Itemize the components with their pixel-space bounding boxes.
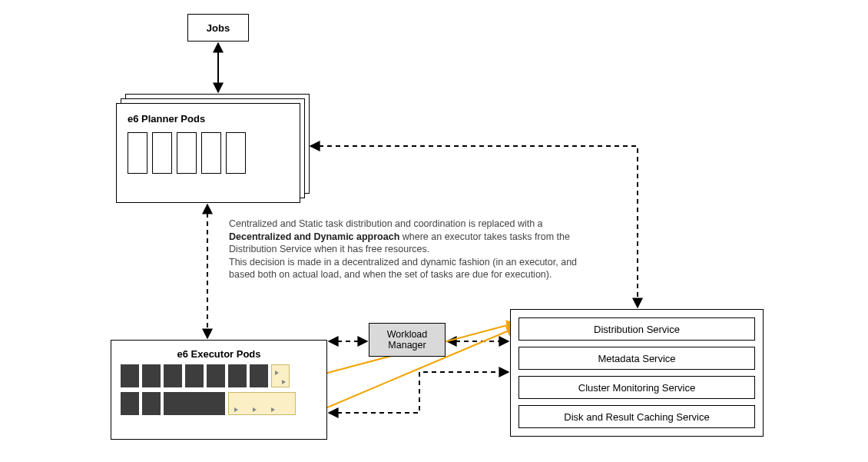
executor-cell <box>121 364 139 387</box>
service-metadata: Metadata Service <box>518 347 755 370</box>
services-box: Distribution Service Metadata Service Cl… <box>510 309 764 437</box>
planner-slot <box>152 132 172 174</box>
description-text: Centralized and Static task distribution… <box>229 218 582 281</box>
desc-part1: Centralized and Static task distribution… <box>229 218 543 229</box>
planner-slot <box>226 132 246 174</box>
desc-bold: Decentralized and Dynamic approach <box>229 231 399 242</box>
executor-cell-light <box>271 364 290 387</box>
service-label: Distribution Service <box>594 324 680 335</box>
executor-cell-light-wide <box>228 392 296 415</box>
service-caching: Disk and Result Caching Service <box>518 405 755 428</box>
svg-marker-7 <box>282 380 286 384</box>
workload-manager-box: Workload Manager <box>369 323 446 357</box>
workload-label: Workload Manager <box>387 329 428 351</box>
executor-title: e6 Executor Pods <box>121 348 317 360</box>
planner-slot <box>201 132 221 174</box>
planner-slot <box>177 132 197 174</box>
planner-pods-box: e6 Planner Pods <box>116 103 300 203</box>
svg-marker-8 <box>234 407 238 412</box>
jobs-label: Jobs <box>207 22 230 34</box>
executor-cell <box>142 364 161 387</box>
executor-cell-wide <box>164 392 225 415</box>
planner-title: e6 Planner Pods <box>128 113 289 125</box>
service-label: Disk and Result Caching Service <box>564 411 709 423</box>
service-label: Metadata Service <box>598 353 675 364</box>
executor-cell <box>228 364 247 387</box>
executor-pods-box: e6 Executor Pods <box>111 340 327 440</box>
executor-cell <box>164 364 182 387</box>
executor-row-2 <box>121 392 317 415</box>
executor-cell <box>207 364 225 387</box>
planner-slot <box>128 132 147 174</box>
svg-marker-10 <box>271 407 275 412</box>
planner-slots <box>128 132 289 174</box>
executor-row-1 <box>121 364 317 387</box>
executor-cell <box>185 364 204 387</box>
service-monitoring: Cluster Monitoring Service <box>518 376 755 399</box>
executor-cell <box>250 364 268 387</box>
service-distribution: Distribution Service <box>518 317 755 341</box>
svg-marker-6 <box>275 371 279 375</box>
executor-cell <box>121 392 139 415</box>
service-label: Cluster Monitoring Service <box>578 382 695 394</box>
jobs-box: Jobs <box>187 14 249 42</box>
executor-cell <box>142 392 161 415</box>
desc-line2: This decision is made in a decentralized… <box>229 257 577 281</box>
svg-marker-9 <box>253 407 257 412</box>
